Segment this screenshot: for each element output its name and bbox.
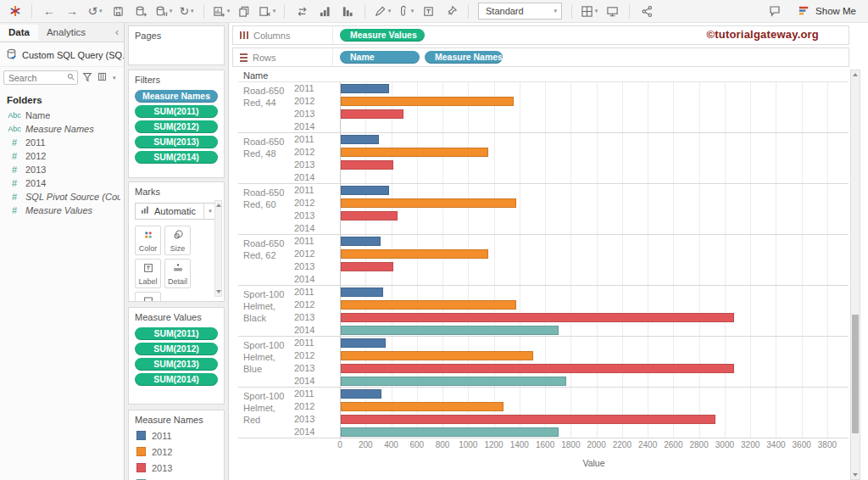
row-label-year[interactable]: 2013 xyxy=(294,159,314,171)
pause-updates-icon[interactable]: ▾ xyxy=(153,2,175,20)
field-item-measure-values[interactable]: #Measure Values xyxy=(0,204,124,217)
row-label-product[interactable]: Sport-100 Helmet, Blue xyxy=(243,339,291,375)
tab-analytics[interactable]: Analytics xyxy=(38,25,94,41)
bar-2014[interactable] xyxy=(341,377,566,386)
bar-2013[interactable] xyxy=(341,160,393,170)
marks-scrollbar[interactable] xyxy=(214,200,222,297)
bar-2011[interactable] xyxy=(341,84,389,93)
bar-2013[interactable] xyxy=(341,211,398,220)
group-members-icon[interactable]: ▾ xyxy=(394,2,416,20)
view-options-icon[interactable] xyxy=(97,71,108,84)
row-label-year[interactable]: 2011 xyxy=(294,287,314,299)
row-label-product[interactable]: Sport-100 Helmet, Red xyxy=(243,390,291,426)
row-label-year[interactable]: 2014 xyxy=(294,172,314,184)
bar-2011[interactable] xyxy=(341,338,386,348)
legend-item-2012[interactable]: 2012 xyxy=(129,444,224,460)
show-me-button[interactable]: Show Me xyxy=(798,4,856,19)
bar-2013[interactable] xyxy=(341,364,734,373)
fix-axes-icon[interactable] xyxy=(440,2,462,20)
run-updates-icon[interactable]: ↻▾ xyxy=(175,2,198,20)
marks-button-detail[interactable]: Detail xyxy=(164,259,191,288)
scroll-down-icon[interactable] xyxy=(216,290,221,293)
bar-2011[interactable] xyxy=(341,389,381,399)
bar-2013[interactable] xyxy=(341,313,734,322)
bar-2011[interactable] xyxy=(341,287,383,297)
mark-type-select[interactable]: Automatic ▾ xyxy=(135,203,217,220)
rows-pill-name[interactable]: Name xyxy=(340,51,420,64)
chart-scrollbar[interactable] xyxy=(850,70,860,480)
field-item-2012[interactable]: #2012 xyxy=(0,149,124,163)
row-label-year[interactable]: 2011 xyxy=(294,338,314,349)
row-label-year[interactable]: 2012 xyxy=(294,96,314,108)
bar-2012[interactable] xyxy=(341,148,488,157)
row-label-year[interactable]: 2011 xyxy=(294,185,314,197)
row-label-year[interactable]: 2013 xyxy=(294,312,314,324)
scroll-up-icon[interactable] xyxy=(853,73,858,76)
filter-pill-sum-2014-[interactable]: SUM(2014) xyxy=(135,151,218,164)
datasource-item[interactable]: Custom SQL Query (SQ... xyxy=(0,42,124,67)
sort-descending-icon[interactable] xyxy=(337,2,359,20)
tooltip-icon[interactable] xyxy=(764,2,786,20)
undo-icon[interactable]: ← xyxy=(38,2,60,20)
clear-sheet-icon[interactable]: ▾ xyxy=(256,2,278,20)
cell-size-icon[interactable]: ▾ xyxy=(578,2,600,20)
row-label-year[interactable]: 2014 xyxy=(294,223,314,235)
row-label-year[interactable]: 2012 xyxy=(294,198,314,209)
filter-pill-sum-2011-[interactable]: SUM(2011) xyxy=(135,105,218,118)
duplicate-sheet-icon[interactable] xyxy=(233,2,255,20)
scroll-down-icon[interactable] xyxy=(853,473,858,477)
measure-values-pill-sum-2013-[interactable]: SUM(2013) xyxy=(135,358,218,371)
field-item-name[interactable]: AbcName xyxy=(0,109,124,122)
bar-2011[interactable] xyxy=(341,186,389,195)
bar-2014[interactable] xyxy=(341,427,559,437)
rows-pill-measure-names[interactable]: Measure Names xyxy=(425,51,503,64)
filter-pill-sum-2012-[interactable]: SUM(2012) xyxy=(135,120,218,133)
row-label-year[interactable]: 2011 xyxy=(294,83,314,95)
bar-2013[interactable] xyxy=(341,415,715,424)
highlight-icon[interactable]: ▾ xyxy=(371,2,393,20)
new-datasource-icon[interactable] xyxy=(130,2,152,20)
filter-pill-measure-names[interactable]: Measure Names xyxy=(135,90,218,103)
row-label-year[interactable]: 2014 xyxy=(294,121,314,133)
marks-button-tooltip[interactable]: Tooltip xyxy=(135,292,161,302)
new-worksheet-icon[interactable]: ▾ xyxy=(210,2,232,20)
show-mark-labels-icon[interactable] xyxy=(417,2,439,20)
share-icon[interactable] xyxy=(636,2,658,20)
row-label-year[interactable]: 2011 xyxy=(294,236,314,248)
measure-values-pill-sum-2012-[interactable]: SUM(2012) xyxy=(135,343,218,355)
sort-ascending-icon[interactable] xyxy=(314,2,336,20)
row-label-product[interactable]: Road-650 Red, 62 xyxy=(243,237,291,261)
scroll-up-icon[interactable] xyxy=(216,204,221,207)
row-label-year[interactable]: 2012 xyxy=(294,350,314,362)
field-item-measure-names[interactable]: AbcMeasure Names xyxy=(0,122,124,136)
columns-pill-measure-values[interactable]: Measure Values xyxy=(340,29,425,42)
row-label-year[interactable]: 2014 xyxy=(294,325,314,337)
bar-2012[interactable] xyxy=(341,402,504,411)
row-label-year[interactable]: 2011 xyxy=(294,388,314,400)
measure-values-pill-sum-2011-[interactable]: SUM(2011) xyxy=(135,327,218,340)
tab-data[interactable]: Data xyxy=(0,25,38,41)
bar-2011[interactable] xyxy=(341,135,379,144)
row-label-year[interactable]: 2013 xyxy=(294,414,314,426)
row-label-year[interactable]: 2013 xyxy=(294,210,314,222)
field-item-sql-pivot-source-count-[interactable]: #SQL Pivot Source (Count) xyxy=(0,190,124,204)
row-label-year[interactable]: 2012 xyxy=(294,248,314,260)
marks-button-color[interactable]: Color xyxy=(135,226,161,255)
field-item-2014[interactable]: #2014 xyxy=(0,176,124,190)
filter-pill-sum-2013-[interactable]: SUM(2013) xyxy=(135,136,218,148)
legend-item-2011[interactable]: 2011 xyxy=(129,427,224,444)
bar-2012[interactable] xyxy=(341,249,488,259)
row-label-year[interactable]: 2012 xyxy=(294,299,314,311)
row-label-product[interactable]: Road-650 Red, 48 xyxy=(243,136,291,159)
bar-2012[interactable] xyxy=(341,300,516,310)
bar-2012[interactable] xyxy=(341,97,514,106)
collapse-pane-icon[interactable]: ‹ xyxy=(110,26,124,38)
bar-2012[interactable] xyxy=(341,351,533,360)
field-item-2013[interactable]: #2013 xyxy=(0,163,124,176)
row-label-year[interactable]: 2014 xyxy=(294,376,314,388)
bar-2013[interactable] xyxy=(341,262,393,271)
row-label-year[interactable]: 2012 xyxy=(294,147,314,159)
row-label-year[interactable]: 2013 xyxy=(294,109,314,120)
legend-item-2013[interactable]: 2013 xyxy=(129,460,224,476)
marks-button-label[interactable]: Label xyxy=(135,259,161,288)
